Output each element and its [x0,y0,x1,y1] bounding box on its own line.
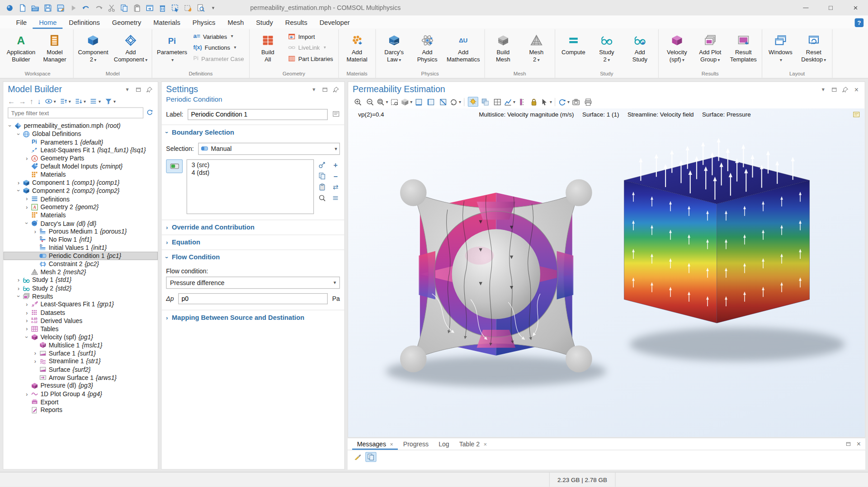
tree-expander-closed-icon[interactable]: › [15,277,22,283]
zoom-out-icon[interactable] [365,97,375,107]
float-icon[interactable] [845,440,851,448]
wireframe-icon[interactable] [492,97,503,107]
tree-expander-open-icon[interactable]: › [24,220,30,227]
tree-expander-closed-icon[interactable]: › [23,309,30,315]
copy-sel-icon[interactable] [318,172,327,181]
tree-expander-closed-icon[interactable]: › [15,285,22,291]
tree-expander-closed-icon[interactable]: › [32,358,39,364]
menu-tab-results[interactable]: Results [279,17,313,29]
add-plus-icon[interactable]: + [331,160,340,169]
delete-icon[interactable] [156,2,168,14]
ribbon-button-reset-desktop[interactable]: ResetDesktop▾ [797,29,830,70]
tree-item-least-squares-fit-1[interactable]: Least-Squares Fit 1(lsq1_fun1) {lsq1} [3,146,158,154]
create-sel-icon[interactable] [318,160,327,169]
float-icon[interactable] [135,86,142,94]
pin-icon[interactable] [146,86,153,94]
ribbon-button-add-plot-group[interactable]: Add PlotGroup▾ [693,29,726,70]
menu-tab-home[interactable]: Home [33,17,63,29]
pin-icon[interactable] [332,86,340,94]
filter-icon[interactable]: ▾ [105,98,116,105]
tree-item-export[interactable]: Export [3,398,158,406]
print-icon[interactable] [583,97,593,107]
tree-expander-closed-icon[interactable]: › [32,228,39,234]
tree-expander-open-icon[interactable]: › [15,293,21,300]
tree-item-global-definitions[interactable]: ›Global Definitions [3,130,158,138]
ribbon-button-variables[interactable]: a=Variables▾ [191,31,246,42]
dp-input[interactable] [178,293,328,304]
redo-icon[interactable] [92,2,104,14]
ribbon-button-add-mathematics[interactable]: ΔUAddMathematics [444,29,483,70]
close-icon[interactable]: × [853,86,860,94]
tree-item-surface-1[interactable]: ›Surface 1{surf1} [3,349,158,357]
tree-item-periodic-condition-1[interactable]: Periodic Condition 1{pc1} [3,252,158,260]
tab-table-2[interactable]: Table 2× [454,438,492,450]
ribbon-button-result-templates[interactable]: ResultTemplates [727,29,760,70]
close-button[interactable]: × [843,0,868,15]
copy-icon[interactable] [118,2,130,14]
menu-tab-definitions[interactable]: Definitions [63,17,106,29]
rename-icon[interactable] [332,110,340,119]
forward-icon[interactable]: → [19,98,26,105]
save-as-icon[interactable] [54,2,66,14]
section-override[interactable]: › Override and Contribution [162,220,344,234]
boundary-selection-list[interactable]: 3 (src)4 (dst) [187,159,314,214]
menu-tab-developer[interactable]: Developer [313,17,356,29]
cut-icon[interactable] [105,2,118,14]
ribbon-button-velocity-spf[interactable]: Velocity(spf)▾ [660,29,693,70]
tree-item-definitions[interactable]: ›Definitions [3,195,158,203]
color-legend-icon[interactable] [516,97,527,107]
tree-item-1d-plot-group-4[interactable]: ›1D Plot Group 4{pg4} [3,390,158,398]
paste-icon[interactable] [131,2,143,14]
tree-expander-open-icon[interactable]: › [7,122,13,129]
node-text-icon[interactable]: ▾ [90,98,101,105]
tree-item-velocity-spf[interactable]: ›Velocity (spf){pg1} [3,333,158,341]
section-mapping[interactable]: › Mapping Between Source and Destination [162,310,344,325]
paste-sel-icon[interactable] [318,183,327,192]
tree-item-component-1[interactable]: ›Component 1(comp1) {comp1} [3,178,158,187]
activate-selection-toggle[interactable] [166,159,183,173]
ribbon-button-add-component[interactable]: AddComponent▾ [111,29,151,70]
ribbon-button-component-2[interactable]: Component2▾ [75,29,111,70]
ribbon-button-add-physics[interactable]: AddPhysics [410,29,443,70]
ribbon-button-parameters[interactable]: PiParameters▾ [154,29,190,70]
close-tab-icon[interactable]: × [390,441,393,447]
tree-item-porous-medium-1[interactable]: ›DPorous Medium 1{porous1} [3,227,158,235]
chev-down-icon[interactable]: ▾ [310,86,318,94]
ribbon-button-build-mesh[interactable]: BuildMesh [486,29,519,70]
ribbon-button-mesh-2[interactable]: Mesh2▾ [520,29,553,70]
select-mode-icon[interactable]: ▾ [541,97,551,107]
help-button[interactable]: ? [855,18,864,27]
menu-tab-physics[interactable]: Physics [186,17,222,29]
swap-icon[interactable]: ⇄ [331,183,340,192]
ribbon-button-study-2[interactable]: Study2▾ [590,29,623,70]
move-up-icon[interactable]: ↑ [30,98,33,105]
open-icon[interactable] [29,2,41,14]
save-icon[interactable] [42,2,54,14]
tree-item-tables[interactable]: ›Tables [3,325,158,333]
chev-down-icon[interactable]: ▾ [819,86,827,94]
refresh-icon[interactable] [146,108,153,118]
ribbon-button-application-builder[interactable]: AApplicationBuilder [4,29,38,70]
tree-expander-open-icon[interactable]: › [15,130,21,137]
tab-progress[interactable]: Progress [398,438,434,450]
undo-icon[interactable] [80,2,92,14]
snapshot-icon[interactable] [571,97,581,107]
tree-item-darcy-s-law[interactable]: ›Darcy's Law(dl) {dl} [3,219,158,227]
move-down-icon[interactable]: ↓ [38,98,41,105]
scene-light-icon[interactable] [468,97,478,107]
zoom-in-icon[interactable] [353,97,363,107]
view-3d-icon[interactable]: ▾ [401,97,412,107]
insert-icon[interactable] [143,2,156,14]
show-icon[interactable]: ▾ [45,98,56,105]
ribbon-button-build-all[interactable]: BuildAll [251,29,284,70]
selection-item[interactable]: 4 (dst) [187,169,313,176]
tree-item-materials[interactable]: Materials [3,170,158,178]
menu-tab-materials[interactable]: Materials [147,17,187,29]
tree-expander-closed-icon[interactable]: › [32,350,39,356]
copy-msg-icon[interactable] [365,452,376,462]
label-input[interactable] [188,109,328,120]
go-xy-icon[interactable] [414,97,424,107]
tab-messages[interactable]: Messages× [352,438,398,450]
ribbon-button-part-libraries[interactable]: Part Libraries [286,53,335,64]
tree-item-surface[interactable]: Surface{surf2} [3,365,158,374]
